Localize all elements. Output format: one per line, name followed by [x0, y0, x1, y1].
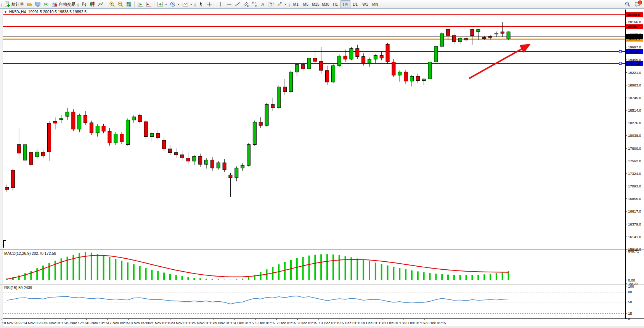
macd-histogram-bar: [314, 255, 316, 280]
crosshair-button[interactable]: [205, 0, 214, 8]
macd-indicator-label: MACD(12,26,9) 202.70 172.58: [4, 251, 56, 256]
macd-histogram-bar: [284, 262, 286, 280]
price-line-badge-text: 19613.6: [627, 50, 640, 54]
market-watch-button[interactable]: [34, 0, 42, 8]
macd-histogram-bar: [127, 262, 128, 280]
chart-background: [0, 8, 644, 328]
timeframe-mn-button[interactable]: MN: [370, 0, 380, 8]
timeframe-w1-button[interactable]: W1: [360, 0, 370, 8]
tile-windows-button[interactable]: [125, 0, 133, 8]
fibonacci-button[interactable]: F: [250, 0, 259, 8]
object-marker: [3, 240, 6, 241]
trendline-button[interactable]: [233, 0, 242, 8]
chart-title[interactable]: ▼ HK50-,H4 19991.5 20010.5 19838.5 19892…: [4, 10, 87, 14]
line-drag-handle[interactable]: [619, 62, 622, 64]
time-tick-label: 15 Dec 01:15: [340, 321, 361, 325]
horizontal-line-button[interactable]: [225, 0, 233, 8]
text-label-button[interactable]: T: [267, 0, 275, 8]
timeframe-h4-button[interactable]: H4: [340, 0, 350, 8]
macd-histogram-bar: [290, 260, 292, 280]
periods-button[interactable]: ▼: [169, 0, 181, 8]
cursor-button[interactable]: [197, 0, 205, 8]
chart-shift-button[interactable]: [145, 0, 153, 8]
macd-histogram-bar: [296, 258, 298, 280]
auto-trading-button[interactable]: 自动交易: [50, 0, 77, 8]
toolbar-grip[interactable]: [289, 1, 290, 8]
notifications-button[interactable]: 1: [633, 0, 642, 8]
bar-chart-button[interactable]: [80, 0, 88, 8]
signals-button[interactable]: [42, 0, 50, 8]
crosshair-icon: [206, 1, 212, 7]
candle-body: [289, 72, 292, 92]
notification-badge: 1: [638, 0, 642, 5]
zoom-in-icon: [109, 1, 115, 7]
macd-histogram-bar: [103, 255, 104, 280]
timeframe-h1-button[interactable]: H1: [331, 0, 340, 8]
price-tick-label: 19221.0: [628, 70, 641, 75]
candle-body: [47, 123, 51, 152]
macd-histogram-bar: [466, 275, 467, 280]
monitor-icon: [35, 1, 41, 7]
text-button[interactable]: A: [259, 0, 267, 8]
macd-histogram-bar: [381, 264, 382, 280]
line-chart-button[interactable]: [96, 0, 105, 8]
candle-body: [320, 61, 323, 70]
price-tick-label: 18276.0: [628, 121, 641, 125]
candle-body: [313, 58, 317, 61]
dropdown-caret-icon: ▼: [177, 3, 180, 6]
timeframe-m15-button[interactable]: M15: [311, 0, 321, 8]
candle-body: [307, 58, 311, 69]
macd-histogram-bar: [224, 280, 225, 280]
dropdown-caret-icon: ▼: [165, 3, 167, 6]
price-tick-label: 20166.0: [628, 20, 641, 24]
time-tick-label: 7 Dec 01:15: [276, 321, 296, 325]
macd-histogram-bar: [157, 271, 159, 280]
macd-histogram-bar: [248, 277, 249, 280]
indicators-button[interactable]: ▼: [156, 0, 169, 8]
equidistant-channel-button[interactable]: E: [242, 0, 250, 8]
auto-scroll-button[interactable]: [136, 0, 145, 8]
candle-body: [374, 56, 377, 59]
vertical-line-button[interactable]: [217, 0, 225, 8]
candle-body: [386, 44, 389, 62]
candle-body: [180, 155, 184, 158]
time-tick-label: 19 Dec 01:15: [361, 321, 383, 325]
indicators-icon: [157, 1, 163, 7]
candle-body: [464, 38, 468, 40]
macd-histogram-bar: [496, 273, 497, 280]
timeframe-d1-button[interactable]: D1: [350, 0, 360, 8]
candle-body: [331, 66, 335, 82]
timeframe-m1-button[interactable]: M1: [291, 0, 301, 8]
price-line-badge-text: 20080.7: [627, 24, 640, 29]
new-order-button[interactable]: 新订单: [3, 0, 25, 8]
zoom-out-button[interactable]: [116, 0, 125, 8]
candle-body: [434, 46, 438, 62]
candle-body: [471, 29, 474, 36]
toolbar-grip[interactable]: [77, 1, 79, 8]
candle-body: [362, 56, 365, 63]
candle-body: [84, 115, 87, 123]
candlestick-chart-button[interactable]: [88, 0, 96, 8]
zoom-in-button[interactable]: [108, 0, 116, 8]
collapse-triangle-icon[interactable]: ▼: [4, 11, 7, 13]
candle-body: [59, 118, 63, 120]
line-drag-handle[interactable]: [619, 50, 622, 53]
toolbar-grip[interactable]: [194, 1, 196, 8]
deposit-button[interactable]: [25, 0, 34, 8]
window-bottom-edge: [0, 326, 644, 328]
candle-body: [368, 59, 371, 63]
macd-histogram-bar: [357, 259, 358, 280]
templates-button[interactable]: ▼: [181, 0, 194, 8]
arrows-button[interactable]: ▼: [275, 0, 288, 8]
candle-body: [477, 30, 480, 32]
candle-body: [398, 72, 401, 75]
timeframe-m30-button[interactable]: M30: [321, 0, 331, 8]
macd-histogram-bar: [42, 266, 44, 280]
candle-body: [301, 64, 305, 69]
macd-histogram-bar: [393, 267, 394, 280]
macd-histogram-bar: [30, 271, 32, 280]
search-button[interactable]: [623, 0, 632, 8]
timeframe-m5-button[interactable]: M5: [301, 0, 311, 8]
chart-canvas[interactable]: 20166.019935.019697.019459.019221.018983…: [0, 0, 644, 328]
toolbar-grip[interactable]: [1, 1, 2, 8]
